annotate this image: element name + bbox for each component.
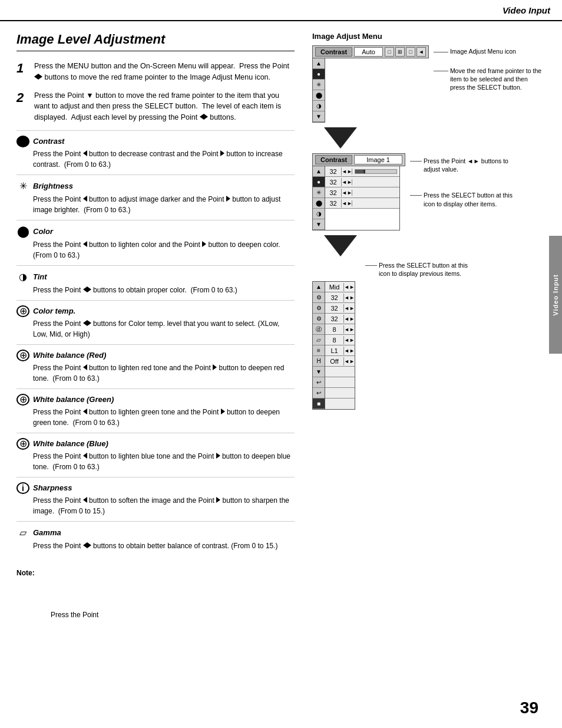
annotation-2: Move the red frame pointer to the item t…: [434, 67, 543, 92]
ann3-line: [410, 161, 422, 162]
annotation-1: Image Adjust Menu icon: [434, 48, 543, 55]
wb-red-icon: ⊕: [16, 350, 29, 361]
brightness-title: Brightness: [33, 182, 73, 190]
note-label: Note:: [16, 569, 35, 577]
licon-circ: ⬤: [313, 90, 325, 101]
prog-outer: [355, 169, 397, 174]
sidebar-tab: Video Input: [549, 236, 562, 354]
ann3: Press the Point ◄► buttons to adjust val…: [410, 157, 518, 173]
wb-blue-title: White balance (Blue): [33, 439, 108, 448]
note-section: Note:: [16, 569, 295, 577]
brightness-text: Press the Point button to adjust image d…: [33, 194, 295, 215]
l3-lines: ≡: [313, 345, 325, 356]
progress-bar-area: [352, 168, 399, 175]
val-32-2: 32: [325, 178, 342, 186]
brightness-icon: ✳: [16, 180, 29, 193]
diagram-2-body: ▲ ● ✳ ⬤ ◑ ▼ 32 ◄►: [312, 166, 405, 230]
feature-colortemp: ⊕ Color temp. Press the Point buttons fo…: [16, 305, 295, 340]
diagram-2: Contrast Image 1 ▲ ● ✳ ⬤ ◑ ▼: [312, 153, 543, 230]
ann1-line: [434, 52, 448, 52]
ann4: Press the SELECT button at this icon to …: [410, 191, 518, 207]
d3-row-empty-1: [325, 367, 355, 377]
annotation-2-area: Press the Point ◄► buttons to adjust val…: [410, 157, 518, 208]
big-arrow-2: [324, 235, 357, 256]
annotation-1-area: Image Adjust Menu icon Move the red fram…: [434, 48, 543, 92]
wb-blue-icon: ⊕: [16, 438, 29, 450]
val-row-2: 32 ◄►: [325, 177, 399, 187]
d3-arr6: ◄►: [344, 337, 355, 343]
sharpness-title: Sharpness: [33, 483, 72, 492]
d3-32-3: 32: [325, 315, 344, 323]
prog-inner: [355, 170, 363, 173]
feature-sharpness-header: i Sharpness: [16, 482, 295, 494]
feature-tint: ◑ Tint Press the Point buttons to obtain…: [16, 271, 295, 295]
arrow-down-1: [324, 127, 543, 149]
licon-up: ▲: [313, 58, 325, 69]
diagram-1-layout: Contrast Auto □ ⊞ □ ◄ ▲ ●: [312, 45, 543, 123]
feature-brightness: ✳ Brightness Press the Point button to a…: [16, 180, 295, 215]
d3-row-empty-3: [325, 388, 355, 398]
d3-row-32-2: 32 ◄►: [325, 303, 355, 314]
d3-arr4: ◄►: [344, 316, 355, 322]
feature-gamma: ▱ Gamma Press the Point buttons to obtai…: [16, 526, 295, 551]
arrow-down-2: [324, 235, 543, 256]
ann5-line: [365, 265, 377, 266]
gamma-icon: ▱: [16, 526, 29, 539]
feature-color-header: ⬤ Color: [16, 225, 295, 238]
l3-gear3: ⚙: [313, 314, 325, 324]
d3-arr1: ◄►: [344, 284, 355, 290]
d3-val-rows: Mid ◄► 32 ◄► 32 ◄► 32 ◄►: [325, 281, 355, 410]
page-title: Image Level Adjustment: [16, 32, 295, 51]
l3-gear2: ⚙: [313, 303, 325, 314]
wb-blue-text: Press the Point button to lighten blue t…: [33, 451, 295, 472]
color-text: Press the Point button to lighten color …: [33, 239, 295, 261]
prog-bar-area-2: [352, 181, 399, 183]
diagram-3: ▲ ⚙ ⚙ ⚙ ⓓ ▱ ≡ H ▼ ↩ ↩ ■: [312, 281, 543, 410]
l3-down: ▼: [313, 367, 325, 377]
ann5-text: Press the SELECT button at this icon to …: [379, 261, 473, 278]
arrow-lr-4: ◄►: [342, 200, 352, 206]
l3-circ: ⓓ: [313, 324, 325, 335]
feature-gamma-header: ▱ Gamma: [16, 526, 295, 539]
menu1-auto: Auto: [354, 47, 383, 57]
header-title: Video Input: [503, 5, 550, 15]
d3-row-l1: L1 ◄►: [325, 345, 355, 356]
ann2-line: [434, 71, 448, 71]
menu1-topbar: Contrast Auto □ ⊞ □ ◄: [312, 45, 429, 58]
icon-box-1: □: [385, 47, 394, 57]
big-arrow-1: [324, 127, 357, 149]
val-32-3: 32: [325, 189, 342, 197]
val-32-1: 32: [325, 167, 342, 176]
wb-red-text: Press the Point button to lighten red to…: [33, 363, 295, 384]
l2-circ: ⬤: [313, 198, 325, 209]
prog-cursor: [363, 170, 365, 173]
val-row-3: 32 ◄►: [325, 187, 399, 198]
l3-r1: ↩: [313, 377, 325, 388]
sidebar-tab-label: Video Input: [552, 274, 559, 316]
step-1-number: 1: [16, 61, 31, 76]
d3-arr8: ◄►: [344, 358, 355, 364]
left-icon-panel-1: ▲ ● ✳ ⬤ ◑ ▼: [312, 58, 325, 123]
d3-l1: L1: [325, 347, 344, 355]
feature-wb-green: ⊕ White balance (Green) Press the Point …: [16, 394, 295, 428]
page-number: 39: [520, 699, 538, 717]
d3-mid: Mid: [325, 283, 344, 291]
d3-8-1: 8: [325, 325, 344, 334]
top-header: Video Input: [0, 0, 562, 21]
arrow-lr-1: ◄►: [342, 169, 352, 174]
feature-color: ⬤ Color Press the Point button to lighte…: [16, 225, 295, 261]
licon-down: ▼: [313, 111, 325, 122]
diagram-1-menu: Contrast Auto □ ⊞ □ ◄ ▲ ●: [312, 45, 429, 123]
licon-sun: ✳: [313, 80, 325, 90]
d3-row-empty-2: [325, 377, 355, 388]
d3-8-2: 8: [325, 336, 344, 344]
d3-arr3: ◄►: [344, 305, 355, 311]
l2-half: ◑: [313, 209, 325, 219]
ann4-line: [410, 195, 422, 196]
l3-gamma: ▱: [313, 335, 325, 345]
menu2-label: Contrast: [315, 155, 352, 164]
d3-row-32-1: 32 ◄►: [325, 292, 355, 303]
diagram-3-menu: ▲ ⚙ ⚙ ⚙ ⓓ ▱ ≡ H ▼ ↩ ↩ ■: [312, 281, 355, 410]
gamma-text: Press the Point buttons to obtain better…: [33, 541, 295, 551]
left-icon-panel-3: ▲ ⚙ ⚙ ⚙ ⓓ ▱ ≡ H ▼ ↩ ↩ ■: [312, 281, 325, 410]
